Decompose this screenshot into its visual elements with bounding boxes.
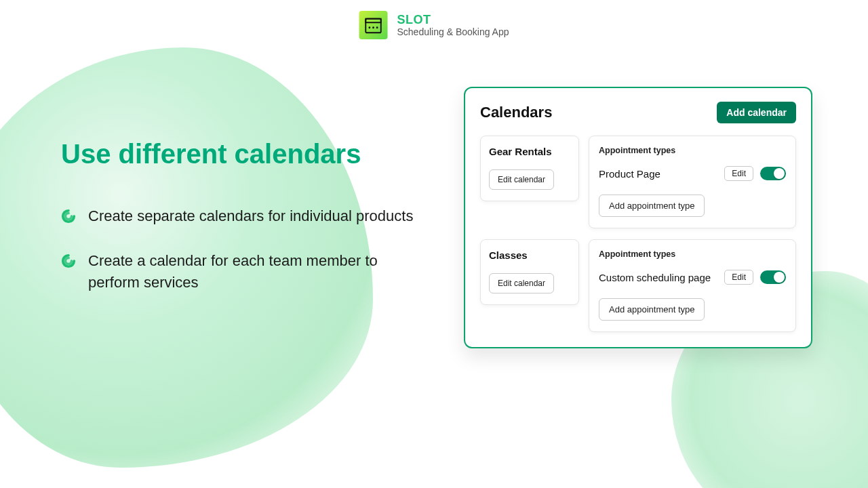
calendar-name: Classes xyxy=(489,249,570,261)
bullet-item: Create separate calendars for individual… xyxy=(61,205,427,227)
appointment-type-name: Custom scheduling page xyxy=(599,272,717,283)
appointment-type-row: Product Page Edit xyxy=(599,166,786,181)
appointment-types-card: Appointment types Custom scheduling page… xyxy=(589,239,796,332)
appointment-types-header: Appointment types xyxy=(599,249,786,259)
stage: SLOT Scheduling & Booking App Use differ… xyxy=(0,0,868,488)
edit-appointment-type-button[interactable]: Edit xyxy=(724,166,753,181)
swirl-bullet-icon xyxy=(61,209,76,224)
calendar-slot-icon xyxy=(363,15,383,35)
edit-appointment-type-button[interactable]: Edit xyxy=(724,270,753,285)
svg-point-3 xyxy=(372,26,374,28)
edit-calendar-button[interactable]: Edit calendar xyxy=(489,169,554,190)
appointment-type-row: Custom scheduling page Edit xyxy=(599,270,786,285)
appointment-type-toggle[interactable] xyxy=(760,270,786,284)
edit-calendar-button[interactable]: Edit calendar xyxy=(489,273,554,293)
brand-logo xyxy=(359,11,387,39)
brand-subtitle: Scheduling & Booking App xyxy=(397,26,509,37)
calendar-row: Gear Rentals Edit calendar Appointment t… xyxy=(480,136,796,228)
add-appointment-type-button[interactable]: Add appointment type xyxy=(599,195,705,217)
svg-rect-1 xyxy=(366,19,381,23)
panel-header: Calendars Add calendar xyxy=(480,102,796,123)
add-appointment-type-button[interactable]: Add appointment type xyxy=(599,298,705,321)
appointment-type-toggle[interactable] xyxy=(760,167,786,180)
calendar-card: Classes Edit calendar xyxy=(480,239,579,305)
svg-rect-0 xyxy=(366,19,381,33)
panel-title: Calendars xyxy=(480,104,552,121)
marketing-copy: Use different calendars Create separate … xyxy=(61,139,427,317)
brand-header: SLOT Scheduling & Booking App xyxy=(359,11,509,39)
brand-name: SLOT xyxy=(397,13,509,27)
calendars-panel: Calendars Add calendar Gear Rentals Edit… xyxy=(464,87,812,348)
appointment-types-header: Appointment types xyxy=(599,146,786,155)
brand-text: SLOT Scheduling & Booking App xyxy=(397,13,509,38)
add-calendar-button[interactable]: Add calendar xyxy=(717,102,796,123)
calendar-name: Gear Rentals xyxy=(489,146,570,157)
calendar-row: Classes Edit calendar Appointment types … xyxy=(480,239,796,332)
appointment-type-name: Product Page xyxy=(599,168,717,180)
swirl-bullet-icon xyxy=(61,253,76,268)
headline: Use different calendars xyxy=(61,139,427,169)
appointment-types-card: Appointment types Product Page Edit Add … xyxy=(589,136,796,228)
bullet-text: Create a calendar for each team member t… xyxy=(88,250,427,293)
bullet-text: Create separate calendars for individual… xyxy=(88,205,413,227)
bullet-list: Create separate calendars for individual… xyxy=(61,205,427,293)
svg-point-2 xyxy=(368,26,370,28)
calendar-card: Gear Rentals Edit calendar xyxy=(480,136,579,201)
bullet-item: Create a calendar for each team member t… xyxy=(61,250,427,293)
svg-point-4 xyxy=(376,26,378,28)
